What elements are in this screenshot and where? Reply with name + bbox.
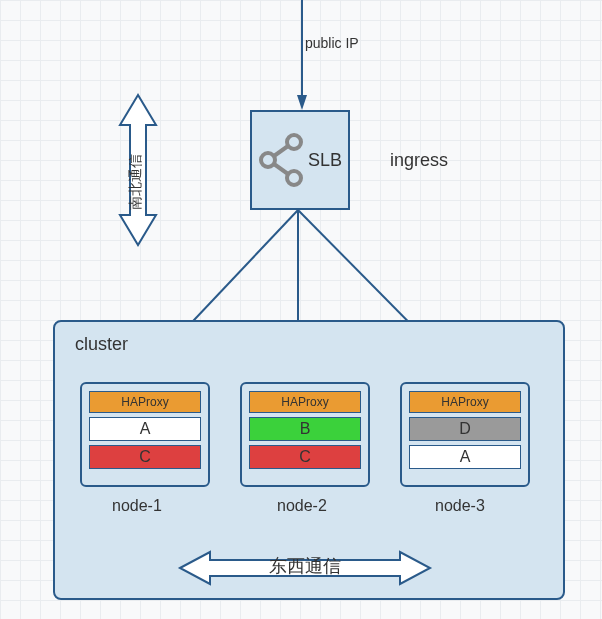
node-box-2: HAProxy B C: [240, 382, 370, 487]
svc-box: B: [249, 417, 361, 441]
node-box-3: HAProxy D A: [400, 382, 530, 487]
node-box-1: HAProxy A C: [80, 382, 210, 487]
svc-box: C: [249, 445, 361, 469]
node-label-2: node-2: [277, 497, 327, 515]
svc-box: C: [89, 445, 201, 469]
svc-box: D: [409, 417, 521, 441]
haproxy-label-1: HAProxy: [89, 391, 201, 413]
node-label-3: node-3: [435, 497, 485, 515]
haproxy-label-2: HAProxy: [249, 391, 361, 413]
node-label-1: node-1: [112, 497, 162, 515]
haproxy-label-3: HAProxy: [409, 391, 521, 413]
svc-box: A: [409, 445, 521, 469]
cluster-label: cluster: [75, 334, 128, 355]
svc-box: A: [89, 417, 201, 441]
cluster-box: cluster HAProxy A C node-1 HAProxy B C n…: [53, 320, 565, 600]
east-west-label: 东西通信: [269, 554, 341, 578]
